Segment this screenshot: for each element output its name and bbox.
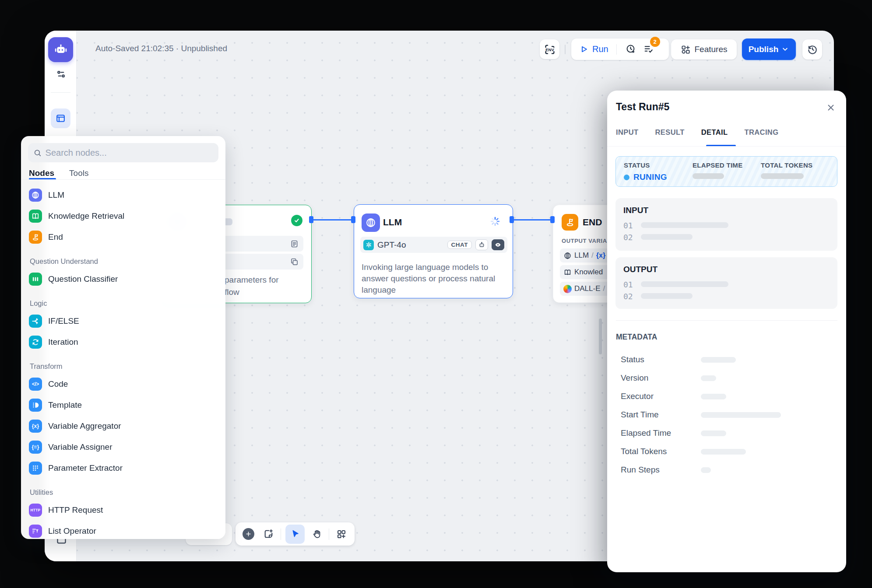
output-card-title: OUTPUT <box>623 265 658 274</box>
workflow-settings-button[interactable] <box>55 68 67 80</box>
palette-item-question-classifier[interactable]: Question Classifier <box>24 269 223 290</box>
palette-section-question-understand: Question Understand <box>24 248 223 269</box>
palette-item-end[interactable]: End <box>24 227 223 248</box>
metadata-row-total-tokens: Total Tokens <box>621 447 837 457</box>
value-placeholder <box>701 357 736 363</box>
palette-item-variable-aggregator[interactable]: {x} Variable Aggregator <box>24 416 223 437</box>
list-operator-icon <box>29 525 42 538</box>
http-request-icon: HTTP <box>29 504 42 517</box>
run-history-button[interactable] <box>625 42 638 57</box>
test-run-panel: Test Run#5 INPUT RESULT DETAIL TRACING S… <box>607 91 846 572</box>
env-button[interactable]: ENV <box>540 39 559 59</box>
tab-result[interactable]: RESULT <box>655 128 685 136</box>
success-check-icon <box>291 215 302 226</box>
tab-detail[interactable]: DETAIL <box>701 128 728 136</box>
palette-item-code[interactable]: </> Code <box>24 374 223 395</box>
llm-node-input-handle[interactable] <box>351 216 355 223</box>
node-palette-panel: Nodes Tools LLM Knowledge Retrieval End … <box>21 136 225 539</box>
checklist-button[interactable]: 2 <box>643 44 654 55</box>
end-node-title: END <box>583 217 602 228</box>
palette-item-iteration[interactable]: Iteration <box>24 332 223 353</box>
run-button-group: Run 2 <box>571 38 669 60</box>
value-placeholder <box>701 430 726 436</box>
hand-mode-button[interactable] <box>309 526 325 542</box>
add-node-button[interactable] <box>241 526 257 542</box>
palette-item-if-else[interactable]: IF/ELSE <box>24 311 223 332</box>
llm-node[interactable]: LLM GPT-4o CHAT Invoking large language … <box>354 204 513 298</box>
palette-item-knowledge-retrieval[interactable]: Knowledge Retrieval <box>24 206 223 227</box>
panel-resize-handle[interactable] <box>599 318 602 354</box>
elapsed-time-label: ELAPSED TIME <box>693 161 742 169</box>
row-number: 01 <box>623 280 633 289</box>
agent-badge[interactable] <box>475 239 488 250</box>
tab-nodes[interactable]: Nodes <box>29 168 54 178</box>
copy-icon <box>290 257 299 266</box>
pointer-mode-button[interactable] <box>285 525 305 544</box>
panel-title: Test Run#5 <box>616 101 669 113</box>
llm-var-icon <box>563 252 572 260</box>
metadata-row-elapsed-time: Elapsed Time <box>621 428 837 439</box>
tab-tracing[interactable]: TRACING <box>744 128 778 136</box>
features-label: Features <box>695 45 728 54</box>
env-icon: ENV <box>543 43 556 56</box>
vision-badge[interactable] <box>492 239 504 250</box>
version-history-button[interactable] <box>802 39 822 60</box>
value-placeholder <box>701 449 746 455</box>
value-placeholder <box>701 394 726 399</box>
variable-assigner-icon: {=} <box>29 441 42 454</box>
history-icon <box>807 44 818 55</box>
window-icon <box>55 113 66 124</box>
model-name: GPT-4o <box>377 240 406 250</box>
start-node-output-handle[interactable] <box>309 216 313 223</box>
close-button[interactable] <box>826 103 836 112</box>
features-grid-icon <box>681 45 691 55</box>
palette-tabs-divider <box>21 179 225 180</box>
knowledge-retrieval-icon <box>29 210 42 223</box>
sidebar-item-preview[interactable] <box>51 108 70 128</box>
publish-label: Publish <box>749 45 779 54</box>
sidebar-divider <box>51 92 70 93</box>
model-selector[interactable]: GPT-4o CHAT <box>360 237 507 253</box>
node-list: LLM Knowledge Retrieval End Question Und… <box>24 185 223 542</box>
openai-icon <box>363 240 374 250</box>
metadata-divider <box>616 320 837 321</box>
end-node-input-handle[interactable] <box>550 216 555 223</box>
llm-node-output-handle[interactable] <box>510 216 514 223</box>
value-placeholder <box>641 222 728 228</box>
cursor-icon <box>290 529 300 539</box>
palette-item-variable-assigner[interactable]: {=} Variable Assigner <box>24 437 223 458</box>
palette-item-list-operator[interactable]: List Operator <box>24 521 223 542</box>
add-note-icon <box>263 528 274 539</box>
palette-item-template[interactable]: Template <box>24 395 223 416</box>
add-note-button[interactable] <box>261 526 277 542</box>
publish-button[interactable]: Publish <box>742 38 796 60</box>
template-icon <box>29 399 42 412</box>
autosave-status: Auto-Saved 21:02:35 · Unpublished <box>95 44 227 53</box>
value-placeholder <box>701 467 711 473</box>
value-placeholder <box>701 375 716 381</box>
palette-item-http-request[interactable]: HTTP HTTP Request <box>24 500 223 521</box>
palette-item-parameter-extractor[interactable]: Parameter Extractor <box>24 458 223 479</box>
metadata-title: METADATA <box>616 332 657 342</box>
app-logo[interactable] <box>48 37 73 62</box>
palette-item-llm[interactable]: LLM <box>24 185 223 206</box>
organize-icon <box>336 529 347 539</box>
tab-tools[interactable]: Tools <box>69 168 88 178</box>
features-button[interactable]: Features <box>671 39 737 60</box>
chevron-down-icon <box>781 45 789 53</box>
run-button[interactable]: Run <box>579 44 608 54</box>
var-separator: / <box>603 284 605 293</box>
organize-nodes-button[interactable] <box>334 526 349 542</box>
canvas-toolbar <box>236 522 355 546</box>
knowledge-var-icon <box>563 268 572 276</box>
run-panel-tabs: INPUT RESULT DETAIL TRACING <box>616 128 778 136</box>
start-node-description-line: parameters for <box>225 275 279 285</box>
hand-icon <box>312 529 322 539</box>
tab-input[interactable]: INPUT <box>616 128 639 136</box>
plus-circle-icon <box>243 528 254 540</box>
edge-start-to-llm <box>313 219 353 220</box>
play-icon <box>579 45 588 54</box>
search-input[interactable] <box>46 148 213 158</box>
output-variables-label: OUTPUT VARIA <box>562 238 607 244</box>
close-icon <box>826 103 836 112</box>
